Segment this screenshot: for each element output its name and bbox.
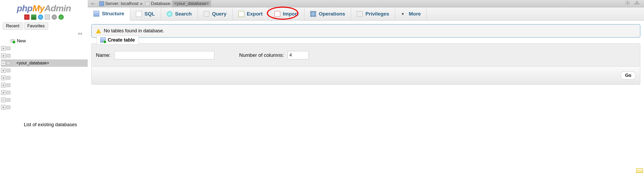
tree-row[interactable]: + [1,89,88,96]
database-name-box[interactable]: <your_database> [172,1,211,7]
tab-label: Privileges [365,11,389,17]
tab-sql[interactable]: SQL [130,7,161,20]
tree-row[interactable]: + [1,45,88,52]
breadcrumb-bar: ← Server: localhost » Database: <your_da… [88,0,644,7]
tab-label: Search [175,11,192,17]
phpmyadmin-logo[interactable]: phpMyAdmin [0,2,88,14]
num-columns-label: Number of columns: [239,52,284,58]
query-icon [204,11,209,17]
svg-rect-1 [634,3,640,4]
tree-row[interactable]: − [1,96,88,104]
reload-icon[interactable] [58,14,64,20]
docs-icon[interactable] [45,14,50,20]
tab-export[interactable]: Export [233,7,269,20]
new-database-icon [11,39,15,43]
tab-label: Query [212,11,227,17]
tab-operations[interactable]: Operations [304,7,351,20]
tab-privileges[interactable]: Privileges [351,7,395,20]
recent-button[interactable]: Recent [3,22,23,30]
logo-part-my: My [32,3,44,13]
tree-row[interactable]: + [1,104,88,111]
tab-structure[interactable]: Structure [88,7,130,21]
legend-text: Create table [108,37,135,43]
server-icon [99,1,104,6]
operations-icon [310,11,316,17]
tree-row-selected[interactable]: − <your_database> [1,59,88,67]
go-button[interactable]: Go [621,71,636,80]
main-panel: ← Server: localhost » Database: <your_da… [88,0,644,133]
recent-favorites-tabs: Recent Favorites [0,22,88,30]
tab-label: More [409,11,421,17]
privileges-icon [357,11,363,17]
database-icon [6,105,11,109]
database-icon [6,69,11,72]
create-table-icon [100,37,106,43]
link-icon[interactable] [0,30,88,37]
database-icon [6,76,11,80]
tab-bar: Structure SQL Search Query Export Import… [88,7,644,21]
tab-import[interactable]: Import [269,7,304,20]
sql-icon [136,11,142,17]
collapse-icon[interactable]: − [1,61,6,65]
database-icon [6,83,11,87]
expand-icon[interactable]: + [1,90,6,95]
db-list-caption: List of existing databases [0,111,88,133]
expand-icon[interactable]: + [1,68,6,73]
database-label: Database: [151,1,171,6]
expand-icon[interactable]: + [1,53,6,58]
expand-icon[interactable]: + [1,83,6,88]
warning-icon [96,29,101,33]
num-columns-input[interactable] [288,51,309,59]
tree-row[interactable]: + [1,74,88,82]
import-icon [274,11,280,17]
tab-query[interactable]: Query [198,7,233,20]
logo-part-php: php [17,3,32,13]
expand-icon[interactable]: + [1,75,6,80]
tree-new-database[interactable]: New [1,37,88,45]
create-table-form-row: Name: Number of columns: [92,49,640,63]
database-tree: New + + − <your_database> + + + + − + [0,37,88,111]
tab-label: Operations [319,11,345,17]
settings-icon[interactable] [52,14,57,20]
tab-label: SQL [144,11,155,17]
tree-row[interactable]: + [1,82,88,89]
expand-icon[interactable]: − [1,98,6,102]
back-icon[interactable]: ← [90,1,98,7]
tab-more[interactable]: ▼ More [395,7,427,20]
sidebar: phpMyAdmin Recent Favorites New + + − <y… [0,0,88,133]
database-icon [6,54,11,58]
server-label[interactable]: Server: localhost [105,1,139,6]
create-table-legend: Create table [96,35,139,45]
notice-text: No tables found in database. [104,28,164,34]
breadcrumb-separator: » [139,1,144,6]
search-icon [167,11,173,17]
database-icon [145,1,150,6]
expand-icon[interactable]: + [1,105,6,110]
table-name-input[interactable] [114,51,214,59]
favorites-button[interactable]: Favorites [24,22,48,30]
collapse-panel-icon[interactable] [634,0,640,7]
tab-label: Structure [102,11,124,17]
tab-label: Export [247,11,263,17]
tree-row[interactable]: + [1,52,88,59]
help-icon[interactable] [38,14,43,20]
structure-icon [94,11,99,17]
sidebar-toolbar [0,14,88,22]
svg-point-0 [627,2,628,4]
database-icon [6,61,11,65]
tree-selected-db-label: <your_database> [11,61,49,65]
export-icon [238,11,244,17]
go-bar: Go [91,66,640,85]
tab-search[interactable]: Search [161,7,198,20]
notice-box: No tables found in database. [91,24,640,38]
name-label: Name: [96,52,111,58]
content-area: No tables found in database. Create tabl… [88,21,644,88]
home-icon[interactable] [24,14,30,20]
database-icon [6,98,11,102]
tree-row[interactable]: + [1,67,88,74]
logout-icon[interactable] [31,14,36,20]
tab-label: Import [283,11,298,17]
expand-icon[interactable]: + [1,46,6,51]
gear-icon[interactable] [625,0,630,7]
create-table-fieldset: Create table Name: Number of columns: [91,43,640,67]
